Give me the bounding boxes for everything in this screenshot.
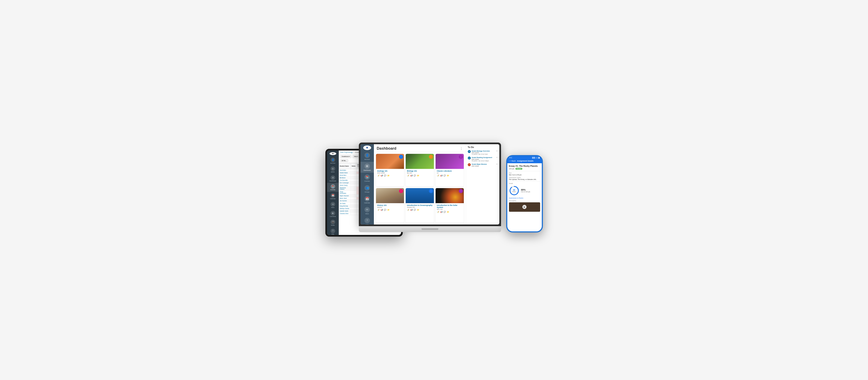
student-name-cell[interactable]: Adeleyo Owoke bbox=[339, 207, 351, 210]
action-icon[interactable]: 📢 bbox=[440, 175, 442, 177]
student-name-cell[interactable]: Erin Cartwright bbox=[339, 182, 351, 184]
laptop-nav-dashboard[interactable]: ⊞ Dashboard bbox=[361, 162, 374, 173]
student-name-cell[interactable]: Greg McCully bbox=[339, 204, 351, 207]
action-icon[interactable]: 📝 bbox=[437, 211, 439, 213]
notes-cell bbox=[351, 210, 356, 212]
col-student-name: Student Name bbox=[339, 163, 351, 169]
tablet-nav-help[interactable]: ? Help bbox=[327, 227, 339, 235]
todo-item-number: 7 bbox=[468, 163, 471, 166]
course-title-zoo: Zoology 101 bbox=[377, 170, 403, 172]
laptop-calendar-icon: 📅 bbox=[365, 196, 370, 201]
course-card-solar[interactable]: ⋮Introduction to the Solar SystemSPC 101… bbox=[436, 188, 464, 223]
course-card-image-lit: ⋮ bbox=[436, 154, 464, 169]
laptop-nav-courses[interactable]: 📚 Courses bbox=[361, 173, 374, 184]
todo-item: 7Grade Major BiomesZOO 10100✕ bbox=[468, 163, 498, 167]
action-icon[interactable]: 📁 bbox=[417, 175, 419, 177]
student-name-cell[interactable]: Stephanie Charins bbox=[339, 186, 351, 190]
student-name-cell[interactable]: Bill Blend bbox=[339, 177, 351, 179]
tablet-nav-admin[interactable]: ⚙ Admin bbox=[327, 165, 339, 174]
student-name-cell[interactable]: Aaron Jand bbox=[339, 197, 351, 199]
tablet-nav-account[interactable]: 👤 Account bbox=[327, 156, 339, 165]
laptop-nav-calendar[interactable]: 📅 Calendar bbox=[361, 194, 374, 205]
course-card-hist[interactable]: ⋮History 101Hist101📝📢💬📁 bbox=[376, 188, 404, 223]
card-menu-btn-lit[interactable]: ⋮ bbox=[459, 155, 463, 159]
todo-item-title[interactable]: Grade Major Biomes bbox=[472, 163, 495, 165]
laptop-nav-account[interactable]: 👤 Account bbox=[361, 151, 374, 162]
card-menu-btn-solar[interactable]: ⋮ bbox=[459, 189, 463, 193]
student-name-cell[interactable]: Annie Bern bbox=[339, 174, 351, 177]
todo-item-course: ZOO 10100 bbox=[472, 159, 495, 160]
student-name-cell[interactable]: Natalie Baker bbox=[339, 171, 351, 174]
laptop-nav-inbox[interactable]: ✉ Inbox bbox=[361, 205, 374, 216]
todo-item-title[interactable]: Grade Reading Assignment bbox=[472, 157, 495, 159]
tablet-nav-calendar[interactable]: 📅 Calendar bbox=[327, 192, 339, 201]
todo-item-close-btn[interactable]: ✕ bbox=[496, 163, 498, 167]
action-icon[interactable]: 💬 bbox=[443, 211, 446, 213]
tablet-nav-inbox[interactable]: ✉ Inbox bbox=[327, 201, 339, 210]
action-icon[interactable]: 💬 bbox=[384, 209, 386, 211]
action-icon[interactable]: 📁 bbox=[417, 209, 419, 211]
card-menu-btn-hist[interactable]: ⋮ bbox=[399, 189, 403, 193]
tablet-nav-courses[interactable]: 📚 Courses bbox=[327, 183, 339, 192]
student-name-cell[interactable]: Scott Allen bbox=[339, 169, 351, 171]
action-icon[interactable]: 💬 bbox=[413, 209, 416, 211]
play-button[interactable]: ▶ bbox=[522, 205, 527, 209]
action-icon[interactable]: 📁 bbox=[387, 175, 390, 177]
action-icon[interactable]: 📝 bbox=[407, 209, 409, 211]
tablet-nav-dashboard[interactable]: ⊞ Dashboard bbox=[327, 174, 339, 183]
action-icon[interactable]: 📢 bbox=[380, 175, 383, 177]
course-card-bio[interactable]: ⋮Biology 101Bio 101📝📢💬📁 bbox=[406, 154, 434, 186]
action-icon[interactable]: 📢 bbox=[380, 209, 383, 211]
tablet-nav-commons[interactable]: ◉ Commons bbox=[327, 210, 339, 219]
action-icon[interactable]: 📁 bbox=[447, 175, 449, 177]
card-menu-btn-zoo[interactable]: ⋮ bbox=[399, 155, 403, 159]
col-notes: Notes bbox=[351, 163, 356, 169]
gradebook-btn[interactable]: Gradebook ▾ bbox=[340, 155, 351, 158]
mode-btn[interactable]: All Mo... bbox=[340, 159, 348, 162]
student-name-cell[interactable]: Jones Casey bbox=[339, 184, 351, 186]
action-icon[interactable]: 💬 bbox=[443, 175, 446, 177]
student-name-cell[interactable]: Jim Kutcher bbox=[339, 199, 351, 202]
video-thumbnail[interactable]: ▶ bbox=[509, 202, 540, 212]
student-name-cell[interactable]: Jim Ihaler bbox=[339, 202, 351, 204]
more-options-btn[interactable]: ⋮ bbox=[460, 147, 463, 151]
action-icon[interactable]: 💬 bbox=[384, 175, 386, 177]
laptop-base bbox=[359, 226, 501, 232]
rubric-link[interactable]: Submission & Rubric bbox=[509, 197, 540, 199]
action-icon[interactable]: 📁 bbox=[447, 211, 449, 213]
course-card-zoo[interactable]: ⋮Zoology 101ZOO 10100📝📢💬📁 bbox=[376, 154, 404, 186]
laptop-nav-help[interactable]: ? Help bbox=[364, 216, 371, 224]
todo-item-title[interactable]: Grade Biology Overview bbox=[472, 150, 495, 152]
todo-item: 2Grade Reading AssignmentZOO 1010020 poi… bbox=[468, 157, 498, 162]
action-icon[interactable]: 📝 bbox=[437, 175, 439, 177]
tablet-courses-icon: 📚 bbox=[331, 184, 335, 189]
todo-item-info: Grade Reading AssignmentZOO 1010020 poin… bbox=[472, 157, 495, 162]
student-name-cell[interactable]: Taylor Hazzard bbox=[339, 194, 351, 197]
action-icon[interactable]: 📢 bbox=[440, 211, 442, 213]
action-icon[interactable]: 📢 bbox=[410, 175, 412, 177]
laptop-inbox-icon: ✉ bbox=[365, 207, 370, 212]
tablet-nav-studio[interactable]: 🎬 Studio bbox=[327, 218, 339, 227]
action-icon[interactable]: 💬 bbox=[413, 175, 416, 177]
action-icon[interactable]: 📝 bbox=[377, 209, 379, 211]
action-icon[interactable]: 📁 bbox=[387, 209, 390, 211]
action-icon[interactable]: 📝 bbox=[377, 175, 379, 177]
card-menu-btn-bio[interactable]: ⋮ bbox=[429, 155, 433, 159]
view-btn[interactable]: View ▾ bbox=[352, 155, 360, 158]
phone-back-btn[interactable]: ‹ < Back bbox=[509, 160, 516, 162]
course-card-ocean[interactable]: ⋮Introduction to OceanographyOceans 101📝… bbox=[406, 188, 434, 223]
todo-item-close-btn[interactable]: ✕ bbox=[496, 150, 498, 155]
student-name-cell[interactable]: Cox Burnette bbox=[339, 179, 351, 182]
card-menu-btn-ocean[interactable]: ⋮ bbox=[429, 189, 433, 193]
laptop-nav-groups[interactable]: 👥 Groups bbox=[361, 184, 374, 194]
action-icon[interactable]: 📢 bbox=[410, 209, 412, 211]
todo-item-course: ZOO 10100 bbox=[472, 152, 495, 153]
student-name-cell[interactable]: Chandra Shen bbox=[339, 212, 351, 215]
tablet-dashboard-label: Dashboard bbox=[330, 180, 336, 182]
todo-item-close-btn[interactable]: ✕ bbox=[496, 157, 498, 162]
student-name-cell[interactable]: Isabelle Sartin bbox=[339, 210, 351, 212]
breadcrumb-course-link[interactable]: Intro Psychology bbox=[340, 151, 353, 153]
action-icon[interactable]: 📝 bbox=[407, 175, 409, 177]
course-card-lit[interactable]: ⋮Classic LiteratureLit📝📢💬📁 bbox=[436, 154, 464, 186]
student-name-cell[interactable]: Thuja Fernandez bbox=[339, 190, 351, 194]
